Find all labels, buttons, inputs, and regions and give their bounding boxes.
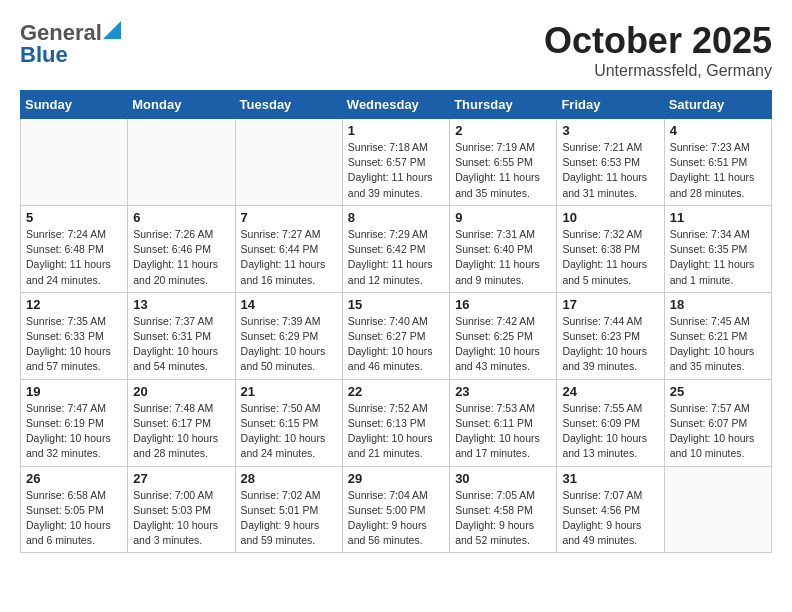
day-number: 23 [455,384,551,399]
day-info: Sunrise: 7:07 AMSunset: 4:56 PMDaylight:… [562,488,658,549]
calendar-cell: 17Sunrise: 7:44 AMSunset: 6:23 PMDayligh… [557,292,664,379]
day-info: Sunrise: 7:31 AMSunset: 6:40 PMDaylight:… [455,227,551,288]
calendar-cell: 16Sunrise: 7:42 AMSunset: 6:25 PMDayligh… [450,292,557,379]
day-number: 6 [133,210,229,225]
day-number: 18 [670,297,766,312]
calendar-cell: 7Sunrise: 7:27 AMSunset: 6:44 PMDaylight… [235,205,342,292]
day-info: Sunrise: 7:34 AMSunset: 6:35 PMDaylight:… [670,227,766,288]
day-info: Sunrise: 7:24 AMSunset: 6:48 PMDaylight:… [26,227,122,288]
day-number: 1 [348,123,444,138]
logo-arrow-icon [103,21,121,39]
calendar-cell: 4Sunrise: 7:23 AMSunset: 6:51 PMDaylight… [664,119,771,206]
calendar-cell: 14Sunrise: 7:39 AMSunset: 6:29 PMDayligh… [235,292,342,379]
day-number: 27 [133,471,229,486]
week-row-2: 5Sunrise: 7:24 AMSunset: 6:48 PMDaylight… [21,205,772,292]
calendar-cell: 22Sunrise: 7:52 AMSunset: 6:13 PMDayligh… [342,379,449,466]
calendar-cell: 28Sunrise: 7:02 AMSunset: 5:01 PMDayligh… [235,466,342,553]
week-row-4: 19Sunrise: 7:47 AMSunset: 6:19 PMDayligh… [21,379,772,466]
day-info: Sunrise: 7:47 AMSunset: 6:19 PMDaylight:… [26,401,122,462]
day-number: 25 [670,384,766,399]
day-info: Sunrise: 7:18 AMSunset: 6:57 PMDaylight:… [348,140,444,201]
day-number: 3 [562,123,658,138]
day-info: Sunrise: 7:50 AMSunset: 6:15 PMDaylight:… [241,401,337,462]
day-info: Sunrise: 7:19 AMSunset: 6:55 PMDaylight:… [455,140,551,201]
day-info: Sunrise: 7:52 AMSunset: 6:13 PMDaylight:… [348,401,444,462]
day-info: Sunrise: 7:05 AMSunset: 4:58 PMDaylight:… [455,488,551,549]
day-number: 9 [455,210,551,225]
calendar-cell: 27Sunrise: 7:00 AMSunset: 5:03 PMDayligh… [128,466,235,553]
calendar-cell: 18Sunrise: 7:45 AMSunset: 6:21 PMDayligh… [664,292,771,379]
day-number: 17 [562,297,658,312]
day-number: 11 [670,210,766,225]
logo: General Blue [20,20,121,68]
calendar-cell: 15Sunrise: 7:40 AMSunset: 6:27 PMDayligh… [342,292,449,379]
day-info: Sunrise: 7:45 AMSunset: 6:21 PMDaylight:… [670,314,766,375]
calendar-table: SundayMondayTuesdayWednesdayThursdayFrid… [20,90,772,553]
logo-blue: Blue [20,42,68,68]
day-info: Sunrise: 7:02 AMSunset: 5:01 PMDaylight:… [241,488,337,549]
calendar-cell: 24Sunrise: 7:55 AMSunset: 6:09 PMDayligh… [557,379,664,466]
calendar-cell: 20Sunrise: 7:48 AMSunset: 6:17 PMDayligh… [128,379,235,466]
calendar-cell: 1Sunrise: 7:18 AMSunset: 6:57 PMDaylight… [342,119,449,206]
day-info: Sunrise: 7:21 AMSunset: 6:53 PMDaylight:… [562,140,658,201]
day-info: Sunrise: 7:55 AMSunset: 6:09 PMDaylight:… [562,401,658,462]
calendar-cell: 9Sunrise: 7:31 AMSunset: 6:40 PMDaylight… [450,205,557,292]
day-number: 13 [133,297,229,312]
weekday-header-sunday: Sunday [21,91,128,119]
calendar-cell: 19Sunrise: 7:47 AMSunset: 6:19 PMDayligh… [21,379,128,466]
calendar-cell [128,119,235,206]
weekday-header-thursday: Thursday [450,91,557,119]
day-number: 21 [241,384,337,399]
calendar-cell: 29Sunrise: 7:04 AMSunset: 5:00 PMDayligh… [342,466,449,553]
day-info: Sunrise: 7:29 AMSunset: 6:42 PMDaylight:… [348,227,444,288]
day-number: 28 [241,471,337,486]
page-header: General Blue October 2025 Untermassfeld,… [20,20,772,80]
day-number: 26 [26,471,122,486]
calendar-cell: 31Sunrise: 7:07 AMSunset: 4:56 PMDayligh… [557,466,664,553]
calendar-cell: 30Sunrise: 7:05 AMSunset: 4:58 PMDayligh… [450,466,557,553]
day-info: Sunrise: 7:44 AMSunset: 6:23 PMDaylight:… [562,314,658,375]
month-title: October 2025 [544,20,772,62]
weekday-header-row: SundayMondayTuesdayWednesdayThursdayFrid… [21,91,772,119]
day-number: 5 [26,210,122,225]
day-info: Sunrise: 6:58 AMSunset: 5:05 PMDaylight:… [26,488,122,549]
day-number: 7 [241,210,337,225]
calendar-cell: 11Sunrise: 7:34 AMSunset: 6:35 PMDayligh… [664,205,771,292]
calendar-cell [21,119,128,206]
day-number: 15 [348,297,444,312]
day-number: 16 [455,297,551,312]
calendar-cell: 10Sunrise: 7:32 AMSunset: 6:38 PMDayligh… [557,205,664,292]
day-number: 14 [241,297,337,312]
calendar-cell: 25Sunrise: 7:57 AMSunset: 6:07 PMDayligh… [664,379,771,466]
calendar-cell: 13Sunrise: 7:37 AMSunset: 6:31 PMDayligh… [128,292,235,379]
day-info: Sunrise: 7:48 AMSunset: 6:17 PMDaylight:… [133,401,229,462]
calendar-cell: 3Sunrise: 7:21 AMSunset: 6:53 PMDaylight… [557,119,664,206]
day-info: Sunrise: 7:27 AMSunset: 6:44 PMDaylight:… [241,227,337,288]
day-info: Sunrise: 7:04 AMSunset: 5:00 PMDaylight:… [348,488,444,549]
day-number: 2 [455,123,551,138]
svg-marker-0 [103,21,121,39]
weekday-header-saturday: Saturday [664,91,771,119]
calendar-cell: 23Sunrise: 7:53 AMSunset: 6:11 PMDayligh… [450,379,557,466]
day-number: 10 [562,210,658,225]
calendar-cell [235,119,342,206]
week-row-5: 26Sunrise: 6:58 AMSunset: 5:05 PMDayligh… [21,466,772,553]
day-info: Sunrise: 7:42 AMSunset: 6:25 PMDaylight:… [455,314,551,375]
day-info: Sunrise: 7:37 AMSunset: 6:31 PMDaylight:… [133,314,229,375]
day-number: 29 [348,471,444,486]
day-info: Sunrise: 7:35 AMSunset: 6:33 PMDaylight:… [26,314,122,375]
weekday-header-friday: Friday [557,91,664,119]
day-number: 31 [562,471,658,486]
week-row-3: 12Sunrise: 7:35 AMSunset: 6:33 PMDayligh… [21,292,772,379]
calendar-cell: 12Sunrise: 7:35 AMSunset: 6:33 PMDayligh… [21,292,128,379]
day-number: 24 [562,384,658,399]
calendar-cell: 8Sunrise: 7:29 AMSunset: 6:42 PMDaylight… [342,205,449,292]
calendar-cell: 6Sunrise: 7:26 AMSunset: 6:46 PMDaylight… [128,205,235,292]
day-number: 22 [348,384,444,399]
day-info: Sunrise: 7:32 AMSunset: 6:38 PMDaylight:… [562,227,658,288]
day-number: 20 [133,384,229,399]
calendar-cell: 26Sunrise: 6:58 AMSunset: 5:05 PMDayligh… [21,466,128,553]
week-row-1: 1Sunrise: 7:18 AMSunset: 6:57 PMDaylight… [21,119,772,206]
day-number: 12 [26,297,122,312]
calendar-cell [664,466,771,553]
